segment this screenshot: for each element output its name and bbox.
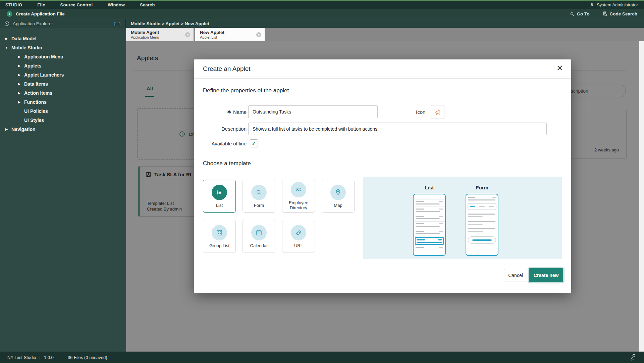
tree-item-action-items[interactable]: ▶ Action Items (0, 88, 126, 97)
map-pin-icon (330, 185, 346, 200)
preview-form-label: Form (466, 185, 498, 190)
icon-picker-button[interactable] (431, 105, 444, 119)
menu-source-control[interactable]: Source Control (60, 2, 93, 7)
description-field[interactable] (248, 123, 547, 135)
template-tile-url[interactable]: URL (282, 220, 315, 253)
template-tiles-row-1: List Form Employee Directory (203, 180, 355, 213)
header-row: Application Explorer [—] Mobile Studio >… (0, 19, 644, 28)
preview-list-label: List (413, 185, 446, 190)
status-separator: | (40, 355, 41, 360)
available-offline-label: Available offline (203, 139, 247, 147)
chevron-right-icon[interactable]: ▶ (17, 73, 21, 77)
calendar-icon (251, 225, 267, 240)
template-tiles-row-2: Group List Calendar URL (203, 220, 315, 253)
megaphone-icon (434, 108, 441, 116)
chevron-right-icon[interactable]: ▶ (17, 100, 21, 104)
template-tile-group-list[interactable]: Group List (203, 220, 236, 253)
breadcrumb-bar: Mobile Studio > Applet > New Applet (126, 19, 644, 28)
action-bar: + Create Application File Go To Code Sea… (0, 9, 644, 19)
plus-circle-icon: + (7, 11, 12, 17)
chevron-right-icon[interactable]: ▶ (17, 82, 21, 86)
icon-label: Icon (416, 105, 425, 118)
disconnected-icon (629, 354, 637, 361)
create-new-button[interactable]: Create new (529, 268, 563, 282)
go-to-label: Go To (577, 11, 589, 16)
application-explorer-title: Application Explorer (13, 21, 53, 26)
application-explorer-sidebar: ▶ Data Model ▼ Mobile Studio ▶ Applicati… (0, 28, 126, 352)
tab-mobile-agent[interactable]: Mobile Agent Application Menu ✕ (126, 28, 194, 41)
user-name: System Administrator (597, 2, 638, 7)
code-search-label: Code Search (609, 11, 637, 16)
create-application-file-label: Create Application File (16, 11, 65, 16)
tree-item-ui-styles[interactable]: UI Styles (0, 116, 126, 125)
close-tab-icon[interactable]: ✕ (185, 32, 190, 37)
collapse-explorer-button[interactable]: [—] (114, 21, 120, 26)
menu-search[interactable]: Search (140, 2, 155, 7)
application-explorer-header: Application Explorer [—] (0, 19, 126, 28)
chevron-right-icon[interactable]: ▶ (17, 91, 21, 95)
name-field[interactable] (248, 105, 378, 118)
required-asterisk-icon: ✱ (227, 109, 231, 115)
breadcrumb: Mobile Studio > Applet > New Applet (131, 21, 209, 26)
menu-file[interactable]: File (37, 2, 45, 7)
close-icon[interactable]: ✕ (556, 64, 563, 72)
properties-section-heading: Define the properties of the applet (203, 87, 289, 94)
description-label: Description (203, 123, 247, 135)
explorer-tree: ▶ Data Model ▼ Mobile Studio ▶ Applicati… (0, 28, 126, 134)
user-menu[interactable]: System Administrator (589, 2, 638, 7)
menu-studio[interactable]: STUDIO (5, 2, 22, 7)
status-files-count: 36 Files (0 unsaved) (68, 355, 107, 360)
grid-icon (212, 225, 227, 240)
menu-bar: STUDIO File Source Control Window Search… (0, 1, 644, 9)
tree-item-ui-policies[interactable]: UI Policies (0, 106, 126, 116)
name-label: ✱ Name (203, 105, 247, 118)
list-icon (212, 185, 227, 200)
form-template-mockup (466, 194, 498, 256)
tree-item-navigation[interactable]: ▶ Navigation (0, 125, 126, 134)
list-template-mockup (413, 194, 446, 256)
tree-item-functions[interactable]: ▶ Functions (0, 97, 126, 106)
chevron-down-icon[interactable]: ▼ (5, 46, 8, 49)
template-preview-panel: List Form (363, 177, 562, 259)
template-tile-map[interactable]: Map (322, 180, 355, 213)
status-app-name: NY Test Studio (7, 355, 36, 360)
link-icon (291, 225, 306, 240)
dialog-title: Create an Applet (203, 65, 251, 73)
check-icon: ✓ (252, 140, 256, 147)
people-icon (291, 182, 306, 197)
search-icon (570, 11, 575, 17)
create-applet-dialog: Create an Applet ✕ Define the properties… (194, 59, 571, 293)
template-tile-list[interactable]: List (203, 180, 236, 213)
tree-item-data-items[interactable]: ▶ Data Items (0, 79, 126, 88)
cancel-button[interactable]: Cancel (504, 269, 527, 281)
create-application-file-button[interactable]: + Create Application File (7, 11, 65, 17)
chevron-right-icon[interactable]: ▶ (17, 55, 21, 58)
tree-item-data-model[interactable]: ▶ Data Model (0, 34, 126, 43)
template-tile-calendar[interactable]: Calendar (243, 220, 275, 253)
dialog-header: Create an Applet ✕ (194, 59, 571, 79)
user-icon (589, 2, 594, 7)
chevron-right-icon[interactable]: ▶ (5, 37, 8, 40)
menu-window[interactable]: Window (108, 2, 125, 7)
tree-item-mobile-studio[interactable]: ▼ Mobile Studio (0, 43, 126, 52)
tree-item-applets[interactable]: ▶ Applets (0, 61, 126, 70)
magnifier-icon (251, 185, 267, 200)
tab-strip: Mobile Agent Application Menu ✕ New Appl… (126, 28, 644, 41)
status-version: 1.0.0 (44, 355, 54, 360)
go-to-button[interactable]: Go To (570, 11, 589, 17)
tab-new-applet[interactable]: New Applet Applet List ✕ (195, 28, 265, 41)
status-bar: NY Test Studio | 1.0.0 36 Files (0 unsav… (0, 352, 644, 363)
scrollbar[interactable] (639, 41, 644, 352)
template-section-heading: Choose a template (203, 160, 251, 167)
chevron-right-icon[interactable]: ▶ (17, 64, 21, 67)
code-search-icon (602, 11, 608, 17)
code-search-button[interactable]: Code Search (602, 11, 637, 17)
template-tile-employee-directory[interactable]: Employee Directory (282, 180, 315, 213)
template-tile-form[interactable]: Form (243, 180, 275, 213)
available-offline-checkbox[interactable]: ✓ (250, 139, 258, 147)
circle-back-icon[interactable] (4, 21, 10, 27)
tree-item-applet-launchers[interactable]: ▶ Applet Launchers (0, 70, 126, 79)
tree-item-application-menu[interactable]: ▶ Application Menu (0, 52, 126, 61)
chevron-right-icon[interactable]: ▶ (5, 128, 8, 131)
close-tab-icon[interactable]: ✕ (256, 32, 261, 37)
